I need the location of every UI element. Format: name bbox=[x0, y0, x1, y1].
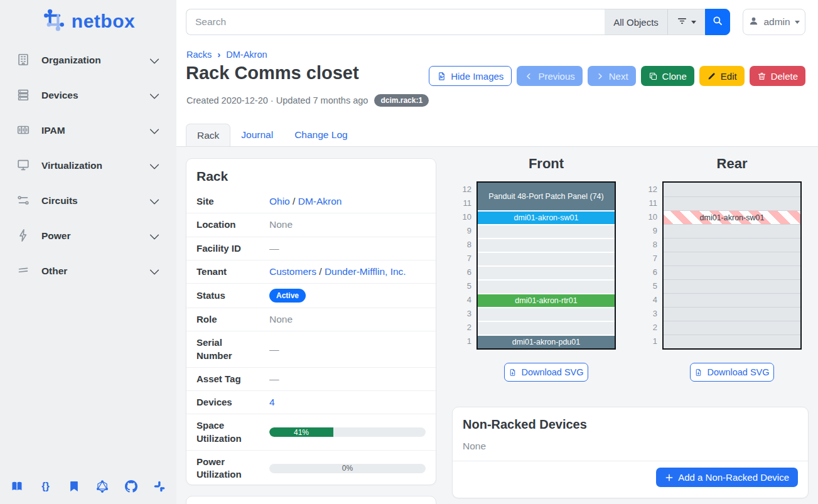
rack-device-front[interactable]: Panduit 48-Port Patch Panel (74) bbox=[478, 183, 615, 210]
rear-rack-elevation: dmi01-akron-sw01 bbox=[662, 181, 802, 350]
facility-id-label: Facility ID bbox=[196, 242, 259, 255]
breadcrumb-site-link[interactable]: DM-Akron bbox=[226, 50, 267, 60]
created-updated-text: Created 2020-12-20 · Updated 7 months ag… bbox=[186, 95, 368, 105]
sidebar-item-organization[interactable]: Organization bbox=[0, 43, 176, 78]
search-submit-button[interactable] bbox=[705, 9, 730, 35]
sidebar-item-devices[interactable]: Devices bbox=[0, 78, 176, 113]
github-icon[interactable] bbox=[124, 480, 138, 493]
space-utilization-fill: 41% bbox=[269, 427, 333, 437]
devices-count-link[interactable]: 4 bbox=[269, 397, 275, 407]
sidebar-nav: OrganizationDevicesIPAMVirtualizationCir… bbox=[0, 43, 176, 289]
devices-label: Devices bbox=[196, 396, 259, 409]
next-button[interactable]: Next bbox=[588, 66, 636, 86]
front-download-svg-button[interactable]: Download SVG bbox=[504, 363, 588, 382]
non-racked-devices-card: Non-Racked Devices None Add a Non-Racked… bbox=[452, 407, 809, 498]
power-utilization-label: Power Utilization bbox=[196, 456, 259, 481]
attr-row-serial-number: Serial Number — bbox=[186, 331, 436, 367]
file-download-icon bbox=[509, 368, 517, 377]
sidebar-item-label: Circuits bbox=[41, 195, 148, 206]
sidebar-item-virtualization[interactable]: Virtualization bbox=[0, 148, 176, 183]
site-label: Site bbox=[196, 195, 259, 208]
non-racked-devices-empty-text: None bbox=[453, 439, 808, 461]
chevron-down-icon bbox=[148, 265, 160, 277]
edit-button[interactable]: Edit bbox=[699, 66, 745, 86]
front-unit-number: 9 bbox=[453, 224, 471, 238]
object-id-badge: dcim.rack:1 bbox=[374, 94, 429, 107]
non-racked-devices-title: Non-Racked Devices bbox=[453, 407, 808, 439]
image-file-icon bbox=[437, 72, 446, 81]
search-icon bbox=[712, 15, 723, 29]
action-buttons: Hide Images Previous Next Clone Edit Del… bbox=[429, 66, 805, 86]
site-link[interactable]: DM-Akron bbox=[298, 196, 342, 206]
front-unit-number: 11 bbox=[453, 196, 471, 210]
user-menu-label: admin bbox=[763, 16, 790, 28]
sidebar-item-power[interactable]: Power bbox=[0, 218, 176, 254]
status-label: Status bbox=[196, 289, 259, 302]
server-rack-icon bbox=[16, 88, 31, 103]
search-input[interactable] bbox=[186, 9, 605, 35]
delete-button[interactable]: Delete bbox=[750, 66, 805, 86]
rack-device-rear[interactable]: dmi01-akron-sw01 bbox=[664, 210, 800, 224]
sidebar-item-other[interactable]: Other bbox=[0, 254, 176, 289]
chevron-down-icon bbox=[148, 195, 160, 207]
chevron-down-icon bbox=[148, 89, 160, 102]
sidebar-item-ipam[interactable]: IPAM bbox=[0, 113, 176, 148]
rear-unit-number: 10 bbox=[638, 210, 657, 224]
sidebar-item-label: IPAM bbox=[41, 125, 148, 136]
pencil-icon bbox=[707, 72, 716, 81]
front-unit-number: 7 bbox=[453, 252, 471, 265]
previous-button[interactable]: Previous bbox=[517, 66, 582, 86]
site-region-link[interactable]: Ohio bbox=[269, 196, 290, 206]
hide-images-label: Hide Images bbox=[451, 71, 503, 82]
attr-row-space-utilization: Space Utilization 41% bbox=[186, 414, 436, 450]
slack-icon[interactable] bbox=[153, 480, 166, 493]
hide-images-button[interactable]: Hide Images bbox=[429, 66, 512, 86]
api-braces-icon[interactable]: {} bbox=[38, 480, 52, 493]
attr-row-facility-id: Facility ID — bbox=[186, 237, 436, 260]
rear-empty-unit bbox=[664, 307, 800, 321]
object-type-button[interactable]: All Objects bbox=[605, 9, 667, 35]
rear-empty-unit bbox=[664, 224, 800, 238]
tenant-group-link[interactable]: Customers bbox=[269, 266, 316, 277]
rear-unit-number: 4 bbox=[638, 293, 657, 307]
rear-unit-number: 3 bbox=[638, 307, 657, 321]
tenant-link[interactable]: Dunder-Mifflin, Inc. bbox=[325, 266, 406, 277]
attr-row-status: Status Active bbox=[186, 283, 436, 308]
user-menu-button[interactable]: admin bbox=[743, 9, 805, 35]
space-utilization-label: Space Utilization bbox=[196, 419, 259, 445]
rear-download-svg-button[interactable]: Download SVG bbox=[690, 363, 774, 382]
search-filter-button[interactable] bbox=[667, 9, 705, 35]
netbox-logo[interactable]: netbox bbox=[0, 0, 176, 36]
add-non-racked-device-button[interactable]: Add a Non-Racked Device bbox=[656, 468, 798, 487]
rear-unit-number: 2 bbox=[638, 321, 657, 335]
rack-device-front[interactable]: dmi01-akron-sw01 bbox=[478, 210, 615, 224]
front-unit-number: 3 bbox=[453, 307, 471, 321]
rack-device-front[interactable]: dmi01-akron-pdu01 bbox=[478, 335, 615, 348]
rack-device-front[interactable]: dmi01-akron-rtr01 bbox=[478, 293, 615, 307]
tab-rack[interactable]: Rack bbox=[186, 124, 230, 147]
sidebar-item-circuits[interactable]: Circuits bbox=[0, 183, 176, 218]
attr-row-tenant: Tenant Customers / Dunder-Mifflin, Inc. bbox=[186, 260, 436, 283]
space-utilization-bar: 41% bbox=[269, 427, 426, 437]
front-empty-unit bbox=[478, 265, 615, 279]
front-unit-number: 1 bbox=[453, 335, 471, 348]
graphql-icon[interactable] bbox=[95, 480, 109, 493]
status-badge: Active bbox=[269, 289, 306, 303]
front-unit-number: 5 bbox=[453, 279, 471, 293]
edit-label: Edit bbox=[721, 71, 737, 82]
chevron-down-icon bbox=[148, 230, 160, 242]
tab-journal[interactable]: Journal bbox=[230, 124, 284, 146]
front-elevation-title: Front bbox=[476, 156, 616, 172]
add-non-racked-device-label: Add a Non-Racked Device bbox=[678, 472, 789, 483]
clone-button[interactable]: Clone bbox=[641, 66, 694, 86]
rear-download-svg-label: Download SVG bbox=[707, 367, 769, 377]
breadcrumb-racks-link[interactable]: Racks bbox=[186, 50, 212, 60]
tab-change-log[interactable]: Change Log bbox=[284, 124, 358, 146]
rear-empty-unit bbox=[664, 321, 800, 335]
netbox-logo-text: netbox bbox=[72, 11, 135, 32]
api-docs-bookmark-icon[interactable] bbox=[67, 480, 81, 493]
rear-elevation-title: Rear bbox=[662, 156, 802, 172]
docs-book-icon[interactable] bbox=[10, 480, 24, 493]
rear-unit-number: 12 bbox=[638, 183, 657, 196]
asset-tag-label: Asset Tag bbox=[196, 373, 259, 385]
